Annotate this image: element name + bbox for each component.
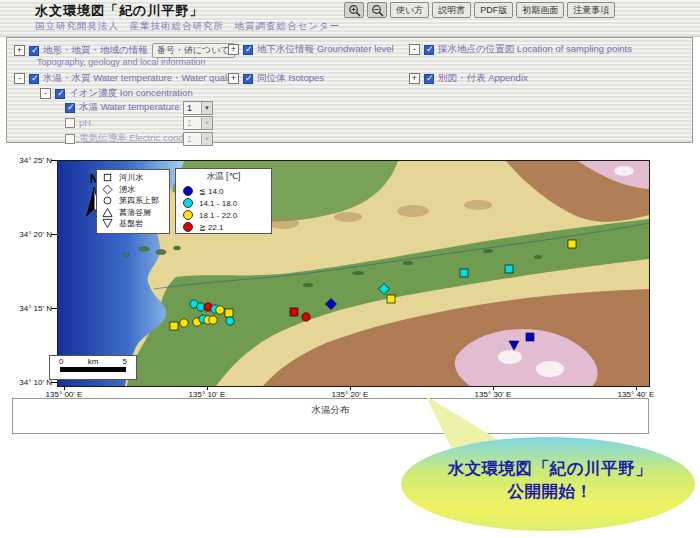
map-point-diamond	[379, 284, 390, 295]
collapse-toggle[interactable]: -	[14, 73, 25, 84]
layer-label: pH	[79, 117, 91, 128]
layer-checkbox-ph[interactable]	[65, 118, 75, 128]
layer-row-topography: + 地形・地質・地域の情報 番号・値について	[14, 43, 235, 58]
number-info-button[interactable]: 番号・値について	[152, 43, 235, 58]
toolbar-button-1[interactable]: 説明書	[432, 2, 471, 18]
map-point-triangle-down	[509, 341, 519, 350]
map-point-circle	[302, 313, 310, 321]
lon-tick	[350, 386, 351, 390]
caption-text: 水温分布	[312, 404, 350, 417]
expand-toggle[interactable]: +	[228, 44, 239, 55]
magnifier-plus-icon	[348, 4, 361, 17]
map-point-square	[526, 333, 534, 341]
lat-tick	[51, 308, 57, 309]
collapse-toggle[interactable]: -	[40, 88, 51, 99]
lat-label-2: 34° 15' N	[4, 304, 52, 313]
select-value: 1	[184, 134, 201, 144]
toolbar-buttons: 使い方説明書PDF版初期画面注意事項	[390, 2, 615, 18]
layer-checkbox-water-temperature[interactable]	[65, 103, 75, 113]
map-point-diamond	[326, 299, 337, 310]
layer-checkbox-conductivity[interactable]	[65, 134, 75, 144]
layer-checkbox-isotopes[interactable]	[243, 74, 253, 84]
layer-label: 地下水位情報 Groundwater level	[257, 43, 394, 56]
layer-label: 採水地点の位置図 Location of sampling points	[438, 43, 632, 56]
toolbar-button-3[interactable]: 初期画面	[516, 2, 564, 18]
lat-label-0: 34° 25' N	[4, 156, 52, 165]
lat-tick	[51, 382, 57, 383]
select-value: 1	[184, 103, 201, 113]
layer-row-sampling-points: - 採水地点の位置図 Location of sampling points	[409, 43, 632, 56]
layer-checkbox-appendix[interactable]	[424, 74, 434, 84]
layer-control-panel: + 地形・地質・地域の情報 番号・値について Topography, geolo…	[6, 37, 693, 143]
map-point-square	[568, 240, 576, 248]
lon-tick	[493, 386, 494, 390]
layer-row-appendix: + 別図・付表 Appendix	[409, 72, 528, 85]
map-point-circle	[216, 306, 224, 314]
map-point-square	[387, 295, 395, 303]
layer-checkbox-water-quality[interactable]	[29, 74, 39, 84]
expand-toggle[interactable]: +	[409, 73, 420, 84]
sampling-points-layer	[58, 161, 649, 386]
layer-label: 別図・付表 Appendix	[438, 72, 528, 85]
layer-row-isotopes: + 同位体 Isotopes	[228, 72, 324, 85]
lat-tick	[51, 160, 57, 161]
layer-checkbox-ion[interactable]	[55, 89, 65, 99]
chevron-down-icon: ▼	[201, 133, 212, 145]
map-point-square	[505, 265, 513, 273]
zoom-in-button[interactable]	[344, 2, 364, 18]
lon-tick	[64, 386, 65, 390]
expand-toggle[interactable]: +	[14, 45, 25, 56]
collapse-toggle[interactable]: -	[409, 44, 420, 55]
layer-checkbox-groundwater[interactable]	[243, 45, 253, 55]
layer-row-groundwater-level: + 地下水位情報 Groundwater level	[228, 43, 394, 56]
zoom-out-button[interactable]	[367, 2, 387, 18]
water-temperature-select[interactable]: 1 ▼	[183, 101, 213, 115]
chevron-down-icon: ▼	[201, 117, 212, 129]
conductivity-select: 1 ▼	[183, 132, 213, 146]
layer-row-water-quality: - 水温・水質 Water temperature・Water quality	[14, 72, 237, 85]
layer-label: 水温・水質 Water temperature・Water quality	[43, 72, 237, 85]
map-point-circle	[226, 317, 234, 325]
layer-label: 同位体 Isotopes	[257, 72, 324, 85]
layer-row-ph: pH 1 ▼	[65, 117, 91, 128]
toolbar-button-0[interactable]: 使い方	[390, 2, 429, 18]
layer-checkbox-sampling-points[interactable]	[424, 45, 434, 55]
layer-checkbox-topography[interactable]	[29, 46, 39, 56]
layer-row-conductivity: 電気伝導率 Electric conductivity 1 ▼	[65, 132, 213, 145]
toolbar-button-4[interactable]: 注意事項	[567, 2, 615, 18]
map-point-circle	[180, 319, 188, 327]
announcement-line1: 水文環境図「紀の川平野」	[405, 457, 695, 480]
app-header: 水文環境図「紀の川平野」 国立研究開発法人 産業技術総合研究所 地質調査総合セン…	[0, 0, 700, 37]
toolbar-button-2[interactable]: PDF版	[474, 2, 513, 18]
page-title: 水文環境図「紀の川平野」	[35, 2, 203, 20]
lat-tick	[51, 234, 57, 235]
toolbar: 使い方説明書PDF版初期画面注意事項	[344, 2, 615, 18]
ph-select: 1 ▼	[183, 116, 213, 130]
lon-tick	[636, 386, 637, 390]
map[interactable]: N 河川水湧水第四系上部菖蒲谷層基盤岩 水温 [℃] ≦ 14.014.1 - …	[57, 160, 650, 387]
lat-label-3: 34° 10' N	[4, 378, 52, 387]
map-point-square	[225, 309, 233, 317]
lat-label-1: 34° 20' N	[4, 230, 52, 239]
map-point-square	[290, 308, 298, 316]
expand-toggle[interactable]: +	[228, 73, 239, 84]
map-point-square	[170, 322, 178, 330]
announcement-text: 水文環境図「紀の川平野」 公開開始！	[405, 457, 695, 503]
layer-label: 地形・地質・地域の情報	[43, 44, 148, 57]
chevron-down-icon: ▼	[201, 102, 212, 114]
layer-label: 水温 Water temperature	[79, 101, 179, 114]
layer-sublabel-topography: Topography, geology and local informatio…	[37, 57, 205, 67]
layer-label: イオン濃度 Ion concentration	[69, 87, 193, 100]
select-value: 1	[184, 118, 201, 128]
layer-row-ion-concentration: - イオン濃度 Ion concentration	[40, 87, 193, 100]
map-point-square	[460, 269, 468, 277]
lon-tick	[207, 386, 208, 390]
page-subtitle: 国立研究開発法人 産業技術総合研究所 地質調査総合センター	[35, 20, 340, 33]
layer-row-water-temperature: 水温 Water temperature 1 ▼	[65, 101, 179, 114]
map-point-circle	[209, 316, 217, 324]
announcement-line2: 公開開始！	[405, 480, 695, 503]
magnifier-minus-icon	[371, 4, 384, 17]
